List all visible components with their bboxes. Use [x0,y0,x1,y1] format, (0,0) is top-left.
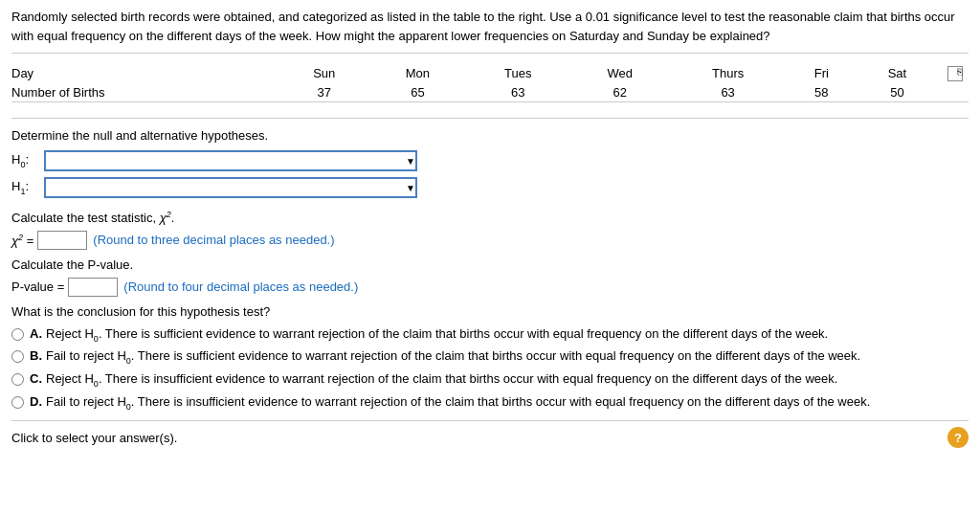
conclusion-label: What is the conclusion for this hypothes… [11,304,969,319]
pvalue-row: P-value = (Round to four decimal places … [11,278,969,297]
option-c-text: Reject H0. There is insufficient evidenc… [46,371,969,389]
count-thurs: 63 [670,83,787,102]
day-wed: Wed [570,63,670,83]
option-a-text: Reject H0. There is sufficient evidence … [46,326,969,344]
day-sat: Sat [857,63,938,83]
hypotheses-section: Determine the null and alternative hypot… [11,128,969,198]
chi-hint: (Round to three decimal places as needed… [93,233,334,247]
count-label: Number of Births [11,83,278,102]
option-b-text: Fail to reject H0. There is sufficient e… [46,348,969,366]
option-b-radio[interactable] [11,350,24,363]
day-sun: Sun [278,63,369,83]
option-d-text: Fail to reject H0. There is insufficient… [46,394,969,412]
h1-select-wrapper[interactable]: ▼ [44,177,417,198]
count-sun: 37 [278,83,369,102]
help-button[interactable]: ? [947,427,969,448]
pvalue-eq-label: P-value = [11,279,64,294]
option-c-row: C. Reject H0. There is insufficient evid… [11,371,969,389]
pvalue-label: Calculate the P-value. [11,257,969,272]
option-c-letter: C. [30,371,42,386]
option-d-letter: D. [30,394,42,409]
count-mon: 65 [369,83,466,102]
h0-row: H0: ▼ [11,150,969,171]
day-thurs: Thurs [670,63,787,83]
h0-label: H0: [11,152,38,169]
option-d-radio[interactable] [11,396,24,409]
copy-icon-cell[interactable]: ⎘ [938,63,969,83]
chi-row: χ2 = (Round to three decimal places as n… [11,231,969,250]
intro-paragraph: Randomly selected birth records were obt… [11,8,969,54]
count-tues: 63 [466,83,570,102]
day-tues: Tues [466,63,570,83]
pvalue-input[interactable] [68,278,118,297]
data-table-section: Day Sun Mon Tues Wed Thurs Fri Sat ⎘ Num… [11,63,969,119]
chi-label: Calculate the test statistic, χ2. [11,210,969,225]
conclusion-section: What is the conclusion for this hypothes… [11,304,969,411]
option-b-row: B. Fail to reject H0. There is sufficien… [11,348,969,366]
intro-text: Randomly selected birth records were obt… [11,10,955,43]
h1-select[interactable] [44,177,417,198]
day-label: Day [11,63,278,83]
day-fri: Fri [787,63,857,83]
option-a-letter: A. [30,326,42,341]
birth-data-table: Day Sun Mon Tues Wed Thurs Fri Sat ⎘ Num… [11,63,969,102]
chi-symbol: χ2 [160,211,171,225]
option-a-radio[interactable] [11,328,24,341]
count-sat: 50 [857,83,938,102]
chi-eq-label: χ2 = [11,233,33,248]
pvalue-hint: (Round to four decimal places as needed.… [123,279,358,294]
copy-icon[interactable]: ⎘ [947,66,963,81]
count-fri: 58 [787,83,857,102]
help-label: ? [954,431,962,445]
footer-text: Click to select your answer(s). [11,431,177,445]
option-a-row: A. Reject H0. There is sufficient eviden… [11,326,969,344]
option-d-row: D. Fail to reject H0. There is insuffici… [11,394,969,412]
day-mon: Mon [369,63,466,83]
footer: Click to select your answer(s). ? [11,420,969,448]
h1-row: H1: ▼ [11,177,969,198]
hypotheses-label: Determine the null and alternative hypot… [11,128,969,143]
chi-input[interactable] [37,231,87,250]
h0-select-wrapper[interactable]: ▼ [44,150,417,171]
chi-section: Calculate the test statistic, χ2. χ2 = (… [11,210,969,250]
option-b-letter: B. [30,348,42,363]
h1-label: H1: [11,179,38,196]
h0-select[interactable] [44,150,417,171]
count-wed: 62 [570,83,670,102]
option-c-radio[interactable] [11,373,24,386]
pvalue-section: Calculate the P-value. P-value = (Round … [11,257,969,297]
